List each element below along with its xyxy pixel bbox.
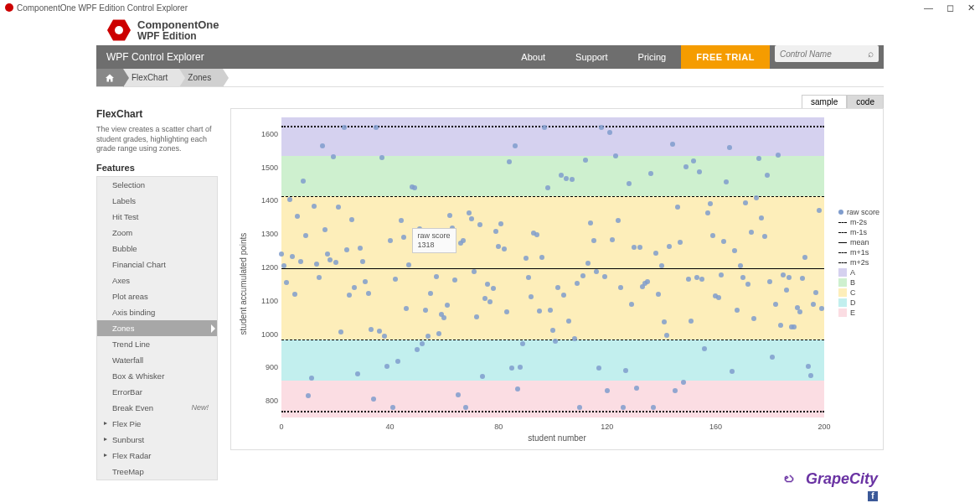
data-point[interactable]: [659, 263, 664, 268]
data-point[interactable]: [580, 273, 585, 278]
feature-trend-line[interactable]: Trend Line: [97, 336, 217, 352]
nav-trial[interactable]: FREE TRIAL: [681, 45, 770, 69]
data-point[interactable]: [749, 230, 754, 235]
data-point[interactable]: [738, 263, 743, 268]
data-point[interactable]: [689, 319, 694, 324]
data-point[interactable]: [477, 222, 482, 227]
legend-item-C[interactable]: C: [838, 288, 879, 297]
data-point[interactable]: [664, 333, 669, 338]
data-point[interactable]: [627, 181, 632, 186]
facebook-link[interactable]: f: [868, 491, 878, 501]
data-point[interactable]: [800, 276, 805, 281]
data-point[interactable]: [570, 177, 575, 182]
tab-sample[interactable]: sample: [802, 95, 847, 109]
data-point[interactable]: [355, 371, 360, 376]
data-point[interactable]: [406, 262, 411, 267]
data-point[interactable]: [561, 293, 566, 298]
data-point[interactable]: [317, 275, 322, 280]
data-point[interactable]: [588, 220, 593, 226]
data-point[interactable]: [637, 245, 642, 250]
search-box[interactable]: ⌕: [775, 45, 879, 62]
data-point[interactable]: [767, 279, 772, 284]
data-point[interactable]: [502, 246, 507, 252]
legend-item-B[interactable]: B: [838, 278, 879, 287]
data-point[interactable]: [520, 341, 525, 346]
data-point[interactable]: [735, 308, 740, 313]
feature-zones[interactable]: Zones: [97, 320, 217, 336]
data-point[interactable]: [412, 185, 417, 190]
data-point[interactable]: [306, 393, 311, 398]
data-point[interactable]: [686, 277, 691, 282]
data-point[interactable]: [621, 405, 626, 410]
data-point[interactable]: [802, 255, 807, 260]
data-point[interactable]: [529, 294, 534, 299]
data-point[interactable]: [583, 158, 588, 163]
data-point[interactable]: [507, 159, 512, 164]
data-point[interactable]: [524, 256, 529, 261]
feature-labels[interactable]: Labels: [97, 193, 217, 209]
data-point[interactable]: [379, 155, 384, 160]
data-point[interactable]: [369, 327, 374, 332]
legend-item-mean[interactable]: mean: [838, 238, 879, 246]
data-point[interactable]: [395, 359, 400, 364]
data-point[interactable]: [781, 272, 786, 277]
data-point[interactable]: [487, 299, 493, 304]
data-point[interactable]: [399, 218, 404, 223]
data-point[interactable]: [441, 315, 446, 320]
feature-box-&-whisker[interactable]: Box & Whisker: [97, 368, 217, 384]
data-point[interactable]: [702, 346, 707, 351]
data-point[interactable]: [808, 373, 813, 378]
data-point[interactable]: [496, 244, 501, 249]
data-point[interactable]: [817, 208, 822, 213]
data-point[interactable]: [716, 295, 721, 300]
data-point[interactable]: [564, 176, 569, 181]
data-point[interactable]: [509, 366, 514, 371]
data-point[interactable]: [743, 200, 748, 205]
data-point[interactable]: [295, 214, 300, 219]
data-point[interactable]: [320, 143, 325, 148]
data-point[interactable]: [745, 282, 750, 287]
data-point[interactable]: [434, 274, 439, 279]
data-point[interactable]: [463, 405, 468, 410]
data-point[interactable]: [342, 125, 347, 130]
close-button[interactable]: ✕: [967, 3, 975, 13]
data-point[interactable]: [575, 281, 580, 286]
data-point[interactable]: [281, 263, 286, 268]
data-point[interactable]: [566, 319, 571, 324]
data-point[interactable]: [759, 215, 764, 220]
data-point[interactable]: [491, 286, 496, 291]
data-point[interactable]: [390, 405, 395, 410]
data-point[interactable]: [787, 275, 792, 280]
data-point[interactable]: [360, 259, 365, 264]
data-point[interactable]: [656, 292, 661, 297]
data-point[interactable]: [371, 397, 376, 402]
nav-about[interactable]: About: [506, 45, 560, 69]
data-point[interactable]: [697, 169, 702, 174]
feature-axes[interactable]: Axes: [97, 272, 217, 288]
minimize-button[interactable]: —: [924, 3, 933, 13]
data-point[interactable]: [314, 262, 319, 267]
data-point[interactable]: [596, 366, 601, 371]
feature-hit-test[interactable]: Hit Test: [97, 209, 217, 225]
data-point[interactable]: [469, 216, 474, 221]
data-point[interactable]: [420, 341, 425, 346]
tab-code[interactable]: code: [847, 95, 884, 109]
legend-item-m2s[interactable]: m-2s: [838, 218, 879, 226]
feature-plot-areas[interactable]: Plot areas: [97, 288, 217, 304]
data-point[interactable]: [290, 254, 295, 259]
data-point[interactable]: [515, 386, 520, 392]
data-point[interactable]: [754, 195, 759, 200]
feature-bubble[interactable]: Bubble: [97, 241, 217, 257]
search-icon[interactable]: ⌕: [868, 48, 874, 60]
data-point[interactable]: [322, 227, 328, 232]
data-point[interactable]: [537, 309, 542, 314]
feature-flex-radar[interactable]: ▸Flex Radar: [97, 448, 217, 464]
data-point[interactable]: [534, 232, 539, 237]
nav-pricing[interactable]: Pricing: [623, 45, 682, 69]
data-point[interactable]: [393, 277, 398, 282]
data-point[interactable]: [374, 125, 379, 130]
data-point[interactable]: [366, 291, 371, 296]
feature-selection[interactable]: Selection: [97, 177, 217, 193]
data-point[interactable]: [550, 328, 555, 333]
data-point[interactable]: [806, 364, 811, 369]
